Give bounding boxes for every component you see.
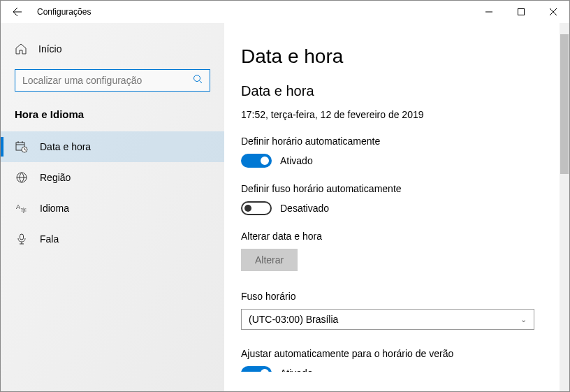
search-input[interactable] bbox=[15, 75, 186, 86]
sidebar-item-region[interactable]: Região bbox=[1, 162, 224, 193]
sidebar-item-label: Fala bbox=[40, 233, 59, 245]
titlebar: Configurações bbox=[1, 1, 569, 23]
svg-point-1 bbox=[194, 75, 200, 82]
dst-toggle[interactable] bbox=[241, 366, 272, 372]
auto-tz-toggle-row: Desativado bbox=[241, 201, 544, 215]
calendar-clock-icon bbox=[15, 140, 29, 154]
sub-heading: Data e hora bbox=[241, 83, 544, 99]
auto-time-label: Definir horário automaticamente bbox=[241, 136, 544, 147]
window-controls bbox=[473, 1, 569, 23]
window-title: Configurações bbox=[37, 7, 91, 17]
sidebar-item-label: Região bbox=[40, 172, 71, 183]
svg-rect-7 bbox=[20, 234, 24, 240]
microphone-icon bbox=[15, 232, 29, 246]
dst-toggle-row: Ativado bbox=[241, 366, 544, 372]
sidebar-item-label: Data e hora bbox=[40, 141, 91, 152]
home-label: Início bbox=[38, 43, 61, 55]
arrow-left-icon bbox=[12, 6, 23, 17]
auto-tz-state: Desativado bbox=[280, 203, 329, 214]
back-button[interactable] bbox=[6, 1, 29, 23]
scrollbar-track[interactable] bbox=[560, 23, 569, 391]
current-datetime: 17:52, terça-feira, 12 de fevereiro de 2… bbox=[241, 109, 544, 120]
sidebar-item-speech[interactable]: Fala bbox=[1, 224, 224, 254]
search-icon bbox=[186, 74, 210, 87]
scrollbar-thumb[interactable] bbox=[560, 34, 569, 174]
timezone-select[interactable]: (UTC-03:00) Brasília ⌄ bbox=[241, 309, 534, 330]
change-dt-label: Alterar data e hora bbox=[241, 231, 544, 242]
minimize-icon bbox=[485, 8, 492, 15]
tz-label: Fuso horário bbox=[241, 291, 544, 302]
maximize-icon bbox=[518, 8, 525, 15]
dst-label: Ajustar automaticamente para o horário d… bbox=[241, 348, 544, 359]
content-area: Início Hora e Idioma Data e hora Reg bbox=[1, 23, 569, 391]
chevron-down-icon: ⌄ bbox=[520, 315, 527, 324]
auto-time-toggle[interactable] bbox=[241, 154, 272, 168]
auto-tz-toggle[interactable] bbox=[241, 201, 272, 215]
auto-tz-label: Definir fuso horário automaticamente bbox=[241, 183, 544, 194]
home-icon bbox=[15, 43, 27, 55]
dst-state: Ativado bbox=[280, 368, 313, 372]
main-content: Data e hora Data e hora 17:52, terça-fei… bbox=[224, 23, 569, 391]
globe-icon bbox=[15, 170, 29, 184]
sidebar: Início Hora e Idioma Data e hora Reg bbox=[1, 23, 224, 391]
minimize-button[interactable] bbox=[473, 1, 505, 23]
home-nav[interactable]: Início bbox=[1, 37, 224, 61]
svg-text:A: A bbox=[16, 203, 20, 210]
auto-time-toggle-row: Ativado bbox=[241, 154, 544, 168]
section-header: Hora e Idioma bbox=[1, 104, 224, 131]
sidebar-item-date-time[interactable]: Data e hora bbox=[1, 131, 224, 162]
timezone-value: (UTC-03:00) Brasília bbox=[249, 314, 338, 325]
sidebar-item-label: Idioma bbox=[40, 203, 69, 214]
maximize-button[interactable] bbox=[505, 1, 537, 23]
change-button[interactable]: Alterar bbox=[241, 249, 298, 271]
sidebar-item-language[interactable]: A字 Idioma bbox=[1, 193, 224, 224]
search-box[interactable] bbox=[15, 69, 210, 92]
settings-window: Configurações Início bbox=[0, 0, 570, 392]
svg-rect-0 bbox=[518, 9, 525, 15]
close-button[interactable] bbox=[537, 1, 569, 23]
language-icon: A字 bbox=[15, 201, 29, 215]
close-icon bbox=[550, 8, 557, 15]
auto-time-state: Ativado bbox=[280, 155, 313, 166]
page-title: Data e hora bbox=[241, 45, 544, 68]
svg-text:字: 字 bbox=[21, 208, 27, 214]
